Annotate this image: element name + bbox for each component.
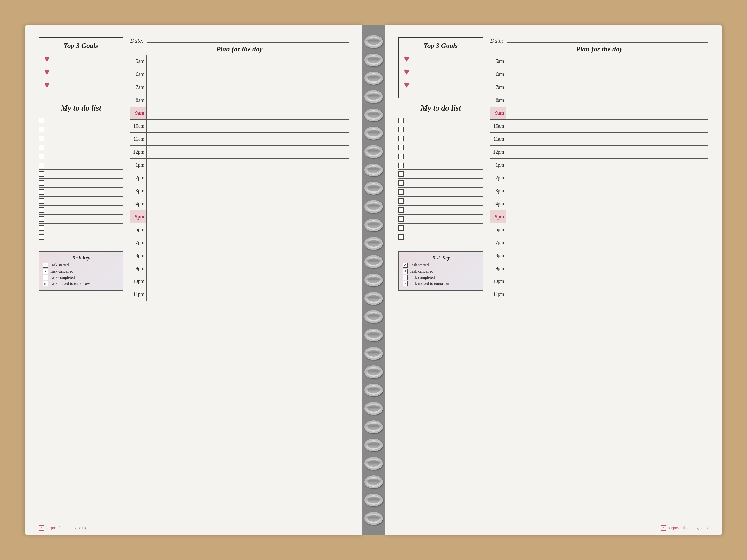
time-content[interactable] [147, 249, 349, 262]
spiral-coil [364, 438, 383, 452]
checkbox[interactable] [398, 154, 404, 159]
time-content[interactable] [147, 159, 349, 171]
time-label: 6pm [130, 223, 147, 236]
date-line-left [147, 42, 349, 43]
time-content[interactable] [147, 55, 349, 68]
checkbox[interactable] [38, 225, 44, 231]
time-content[interactable] [147, 171, 349, 184]
checkbox[interactable] [38, 189, 44, 195]
todo-item [398, 188, 483, 196]
time-content[interactable] [147, 133, 349, 145]
checkbox[interactable] [398, 136, 404, 141]
time-label-highlight: 9am [130, 107, 147, 119]
todo-item [398, 125, 483, 134]
checkbox[interactable] [398, 234, 404, 240]
time-content[interactable] [506, 236, 709, 249]
time-row: 1pm [490, 159, 709, 171]
schedule-right: Date: Plan for the day 5am 6am 7am 8am 9… [490, 37, 709, 525]
time-content[interactable] [506, 120, 709, 132]
time-content[interactable] [506, 288, 709, 301]
checkbox[interactable] [38, 118, 44, 123]
time-content[interactable] [506, 249, 709, 262]
time-content[interactable] [506, 210, 709, 223]
time-content[interactable] [147, 262, 349, 275]
time-content[interactable] [147, 145, 349, 158]
todo-item [38, 206, 123, 215]
brand-text-left: purposefulplanning.co.uk [46, 526, 86, 530]
time-row: 11pm [130, 288, 349, 301]
heart-row-2-right: ♥ [404, 67, 478, 76]
time-content[interactable] [147, 288, 349, 301]
time-content[interactable] [147, 120, 349, 132]
time-content[interactable] [506, 81, 709, 94]
checkbox[interactable] [38, 234, 44, 240]
time-content[interactable] [506, 184, 709, 197]
spiral-coil [364, 347, 383, 360]
time-row: 5am [130, 55, 349, 68]
time-content[interactable] [506, 55, 709, 68]
time-content[interactable] [147, 236, 349, 249]
checkbox[interactable] [38, 127, 44, 132]
time-content[interactable] [506, 171, 709, 184]
time-label: 7am [130, 81, 147, 94]
time-label: 8am [130, 94, 147, 107]
heart-row-3-left: ♥ [44, 80, 118, 89]
time-content[interactable] [147, 81, 349, 94]
time-content[interactable] [506, 159, 709, 171]
time-content[interactable] [506, 68, 709, 81]
checkbox[interactable] [38, 198, 44, 204]
time-content[interactable] [506, 94, 709, 107]
time-content[interactable] [506, 107, 709, 119]
time-content[interactable] [147, 107, 349, 119]
checkbox[interactable] [398, 181, 404, 186]
time-label: 3pm [130, 184, 147, 197]
time-label: 8pm [130, 249, 147, 262]
time-content[interactable] [147, 184, 349, 197]
time-label: 5am [490, 55, 506, 68]
task-tomorrow-label: Task moved to tomorrow [50, 282, 90, 286]
checkbox[interactable] [38, 154, 44, 159]
time-content[interactable] [147, 275, 349, 288]
time-content[interactable] [147, 94, 349, 107]
checkbox[interactable] [38, 207, 44, 213]
checkbox[interactable] [398, 127, 404, 132]
time-content[interactable] [506, 145, 709, 158]
time-content[interactable] [506, 133, 709, 145]
checkbox[interactable] [398, 189, 404, 195]
time-content[interactable] [147, 68, 349, 81]
checkbox[interactable] [398, 118, 404, 123]
checkbox[interactable] [398, 225, 404, 231]
time-content[interactable] [147, 210, 349, 223]
checkbox[interactable] [398, 171, 404, 177]
checkbox[interactable] [38, 162, 44, 168]
time-content[interactable] [506, 223, 709, 236]
checkbox[interactable] [38, 144, 44, 150]
checkbox[interactable] [38, 216, 44, 222]
task-started-label-right: Task started [410, 263, 429, 267]
time-content[interactable] [506, 262, 709, 275]
time-content[interactable] [506, 197, 709, 210]
checkbox[interactable] [398, 207, 404, 213]
task-cancelled-icon-right: ✗ [403, 269, 408, 274]
spiral-coil [364, 328, 383, 342]
todo-item [38, 188, 123, 196]
time-row: 2pm [130, 171, 349, 184]
time-content[interactable] [147, 223, 349, 236]
checkbox[interactable] [398, 216, 404, 222]
task-key-title-right: Task Key [403, 255, 479, 261]
time-row: 6am [490, 68, 709, 81]
checkbox[interactable] [398, 144, 404, 150]
checkbox[interactable] [38, 171, 44, 177]
todo-item [38, 215, 123, 223]
time-row: 12pm [130, 145, 349, 159]
checkbox[interactable] [398, 198, 404, 204]
time-content[interactable] [147, 197, 349, 210]
right-page-left-column: Top 3 Goals ♥ ♥ ♥ My to do list [398, 37, 483, 525]
checkbox[interactable] [38, 136, 44, 141]
checkbox[interactable] [38, 181, 44, 186]
time-content[interactable] [506, 275, 709, 288]
todo-item [398, 143, 483, 152]
checkbox[interactable] [398, 162, 404, 168]
task-completed-icon [43, 275, 48, 280]
task-key-title-left: Task Key [43, 255, 119, 261]
